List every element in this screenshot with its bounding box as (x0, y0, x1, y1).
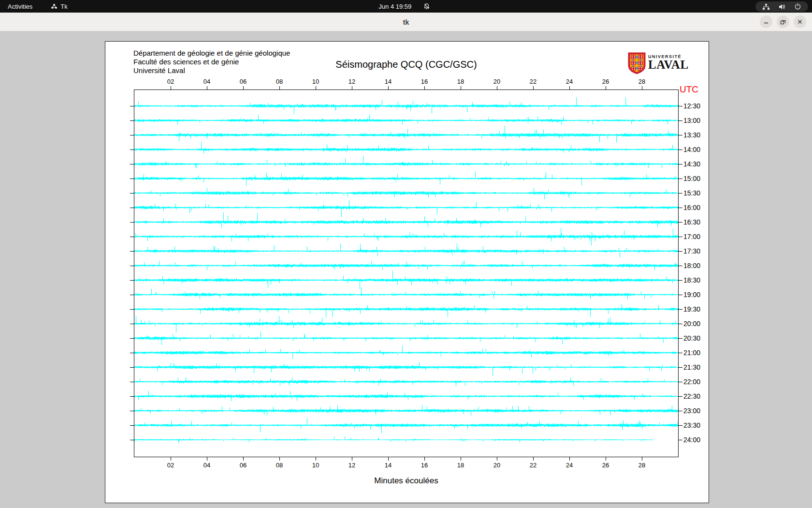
utc-time-label: 14:30 (683, 160, 700, 168)
x-tick-bottom (352, 457, 352, 461)
x-tick-label-top: 06 (236, 78, 250, 85)
activities-button[interactable]: Activities (8, 3, 32, 10)
x-tick-bottom (497, 457, 497, 461)
utc-time-label: 21:00 (683, 349, 700, 357)
utc-time-label: 16:30 (683, 218, 700, 226)
trace-tick-right (678, 309, 682, 310)
x-tick-label-bottom: 16 (417, 462, 432, 469)
app-indicator[interactable]: Tk (51, 3, 67, 10)
trace-tick-left (130, 396, 134, 397)
volume-icon (778, 3, 786, 10)
trace-tick-right (678, 179, 682, 179)
trace-tick-left (130, 208, 134, 208)
tk-app-icon (51, 3, 58, 10)
utc-time-label: 16:00 (683, 204, 700, 211)
trace-tick-left (130, 382, 134, 382)
x-tick-label-top: 24 (562, 78, 577, 85)
trace-tick-right (678, 425, 682, 426)
x-tick-top (461, 86, 461, 90)
seismograph-window: Département de géologie et de génie géol… (105, 41, 709, 503)
clock-button[interactable]: Jun 4 19:59 (378, 0, 430, 13)
system-status-area[interactable] (755, 1, 808, 12)
trace-tick-left (130, 411, 134, 411)
x-tick-top (352, 86, 352, 90)
utc-time-label: 21:30 (683, 363, 700, 371)
trace-tick-left (130, 440, 134, 440)
x-tick-label-top: 12 (345, 78, 359, 85)
trace-tick-right (678, 367, 682, 368)
utc-time-label: 13:00 (683, 117, 700, 124)
trace-tick-right (678, 149, 682, 150)
window-title-bar: tk (0, 13, 812, 31)
utc-time-label: 18:00 (683, 262, 700, 269)
x-tick-label-top: 22 (526, 78, 540, 85)
utc-time-label: 17:00 (683, 233, 700, 240)
top-bar: Activities Tk Jun 4 19:59 (0, 0, 812, 13)
x-tick-label-top: 02 (163, 78, 178, 85)
x-tick-label-top: 28 (635, 78, 649, 85)
seismogram-traces (134, 90, 678, 457)
window-title: tk (0, 13, 812, 31)
x-tick-label-bottom: 24 (562, 462, 577, 469)
utc-time-label: 13:30 (683, 131, 700, 139)
trace-tick-right (678, 208, 682, 208)
x-tick-bottom (279, 457, 280, 461)
utc-time-label: 23:30 (683, 421, 700, 429)
laval-shield-icon (628, 52, 646, 76)
trace-tick-right (678, 295, 682, 295)
x-tick-top (316, 86, 316, 90)
minimize-button[interactable] (760, 15, 772, 28)
network-wired-icon (762, 3, 770, 10)
utc-time-label: 19:00 (683, 291, 700, 299)
trace-tick-left (130, 237, 134, 237)
chart-title: Séismographe QCQ (CGC/GSC) (134, 59, 678, 70)
utc-time-label: 24:00 (683, 436, 700, 444)
utc-axis-title: UTC (680, 84, 698, 95)
x-tick-top (642, 86, 642, 90)
x-tick-label-bottom: 10 (308, 462, 323, 469)
x-tick-label-bottom: 14 (381, 462, 395, 469)
logo-text-laval: LAVAL (648, 59, 689, 71)
trace-tick-left (130, 106, 134, 106)
x-tick-bottom (207, 457, 207, 461)
x-tick-label-bottom: 18 (453, 462, 468, 469)
x-tick-bottom (606, 457, 606, 461)
x-tick-label-bottom: 20 (490, 462, 504, 469)
x-tick-label-top: 26 (598, 78, 613, 85)
x-tick-bottom (533, 457, 534, 461)
trace-tick-left (130, 324, 134, 324)
trace-tick-right (678, 120, 682, 121)
x-tick-label-top: 14 (381, 78, 395, 85)
x-tick-label-bottom: 12 (345, 462, 359, 469)
trace-tick-right (678, 237, 682, 237)
trace-tick-right (678, 106, 682, 106)
x-tick-top (424, 86, 425, 90)
maximize-button[interactable] (777, 15, 789, 28)
universite-laval-logo: UNIVERSITÉ LAVAL (628, 52, 689, 76)
utc-time-label: 20:00 (683, 320, 700, 328)
maximize-icon (780, 19, 786, 25)
trace-tick-right (678, 396, 682, 397)
x-tick-bottom (243, 457, 244, 461)
x-tick-top (207, 86, 207, 90)
x-tick-label-top: 08 (272, 78, 287, 85)
trace-tick-left (130, 338, 134, 339)
trace-tick-left (130, 280, 134, 281)
x-tick-label-bottom: 06 (236, 462, 250, 469)
utc-time-label: 14:00 (683, 146, 700, 153)
x-tick-label-top: 10 (308, 78, 323, 85)
trace-tick-left (130, 149, 134, 150)
trace-tick-left (130, 179, 134, 179)
trace-tick-right (678, 440, 682, 440)
x-tick-top (497, 86, 497, 90)
x-tick-label-top: 18 (453, 78, 468, 85)
x-tick-bottom (461, 457, 461, 461)
app-indicator-label: Tk (60, 3, 67, 10)
trace-tick-right (678, 411, 682, 411)
trace-tick-right (678, 338, 682, 339)
x-tick-top (279, 86, 280, 90)
close-button[interactable] (794, 15, 806, 28)
x-tick-top (388, 86, 389, 90)
trace-tick-right (678, 135, 682, 135)
trace-tick-right (678, 280, 682, 281)
